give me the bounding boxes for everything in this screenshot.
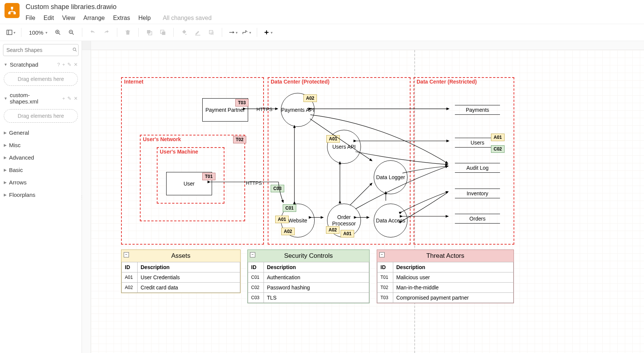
category-general[interactable]: ▶General [0, 126, 82, 139]
waypoint-style-button[interactable]: ▾ [241, 27, 252, 38]
cell-id: T02 [377, 283, 393, 293]
zoom-out-icon [68, 29, 75, 36]
scratchpad-header[interactable]: ▼ Scratchpad ? + ✎ ✕ [0, 59, 82, 70]
tag-a02-pay[interactable]: A02 [303, 94, 317, 102]
ruler-corner [82, 41, 91, 50]
custom-lib-header[interactable]: ▼ custom-shapes.xml + ✎ ✕ [0, 90, 82, 107]
chevron-right-icon: ▶ [4, 193, 7, 197]
toolbar: ▾ 100% ▾ ▾ ▾ ▾ [0, 24, 644, 41]
tag-c01[interactable]: C01 [283, 204, 296, 212]
table-row[interactable]: A02Credit card data [122, 283, 240, 293]
zoom-out-button[interactable] [66, 27, 77, 38]
table-threats[interactable]: − Threat Actors IDDescription T01Malicio… [377, 250, 514, 303]
tag-a01-web[interactable]: A01 [275, 216, 289, 223]
sidebar: ▼ Scratchpad ? + ✎ ✕ Drag elements here … [0, 41, 82, 353]
datastore-inventory[interactable]: Inventory [455, 189, 500, 198]
edit-icon[interactable]: ✎ [67, 62, 71, 67]
line-color-button[interactable] [192, 27, 203, 38]
tag-t03[interactable]: T03 [235, 99, 249, 107]
tag-a02-op[interactable]: A02 [326, 226, 339, 234]
connection-icon [228, 29, 235, 36]
table-row[interactable]: T02Man-in-the-middle [377, 283, 514, 293]
menu-extras[interactable]: Extras [113, 15, 130, 21]
category-floorplans[interactable]: ▶Floorplans [0, 189, 82, 201]
close-icon[interactable]: ✕ [74, 96, 78, 101]
table-controls[interactable]: − Security Controls IDDescription C01Aut… [247, 250, 370, 303]
table-row[interactable]: T01Malicious user [377, 272, 514, 283]
cell-desc: Malicious user [393, 272, 514, 283]
category-label: Basic [9, 167, 23, 173]
collapse-icon[interactable]: − [250, 252, 255, 257]
table-row[interactable]: A01User Credentials [122, 272, 240, 283]
category-misc[interactable]: ▶Misc [0, 139, 82, 151]
to-front-button[interactable] [144, 27, 155, 38]
custom-lib-dropzone[interactable]: Drag elements here [4, 109, 78, 123]
tag-a01-uapi[interactable]: A01 [326, 135, 340, 143]
table-row[interactable]: T03Compromised payment partner [377, 293, 514, 303]
undo-button[interactable] [88, 27, 98, 38]
tag-a01-op[interactable]: A01 [341, 230, 354, 237]
fill-color-button[interactable] [179, 27, 189, 38]
zoom-level[interactable]: 100% ▾ [27, 29, 50, 36]
custom-lib-hint: Drag elements here [18, 113, 64, 119]
edit-icon[interactable]: ✎ [67, 96, 71, 101]
shadow-button[interactable] [206, 27, 217, 38]
edge-label-https-2: HTTPS [246, 180, 262, 186]
category-basic[interactable]: ▶Basic [0, 164, 82, 176]
canvas[interactable]: Internet User's Network User's Machine D… [91, 50, 644, 353]
node-label: User [183, 181, 195, 187]
datastore-payments[interactable]: Payments [455, 105, 500, 115]
node-data-access[interactable]: Data Access [374, 204, 408, 237]
menu-edit[interactable]: Edit [44, 15, 54, 21]
ruler-horizontal[interactable] [91, 41, 644, 50]
redo-button[interactable] [101, 27, 112, 38]
th-desc: Description [393, 262, 514, 272]
delete-button[interactable] [123, 27, 133, 38]
add-icon[interactable]: + [62, 96, 65, 101]
cell-id: A02 [122, 283, 138, 293]
cell-desc: User Credentials [138, 272, 240, 283]
app-logo[interactable] [5, 3, 20, 18]
close-icon[interactable]: ✕ [74, 62, 78, 67]
to-back-button[interactable] [158, 27, 168, 38]
connection-style-button[interactable]: ▾ [227, 27, 238, 38]
datastore-orders[interactable]: Orders [455, 214, 500, 224]
menu-file[interactable]: File [26, 15, 35, 21]
category-arrows[interactable]: ▶Arrows [0, 176, 82, 189]
zoom-in-button[interactable] [53, 27, 63, 38]
tag-c03[interactable]: C03 [271, 185, 284, 192]
table-row[interactable]: C02Password hashing [248, 283, 369, 293]
document-title[interactable]: Custom shape libraries.drawio [26, 3, 639, 12]
ruler-vertical[interactable] [82, 50, 91, 353]
menu-view[interactable]: View [62, 15, 75, 21]
scratchpad-dropzone[interactable]: Drag elements here [4, 72, 78, 86]
th-id: ID [377, 262, 393, 272]
collapse-icon[interactable]: − [379, 252, 385, 257]
table-row[interactable]: C01Authentication [248, 272, 369, 283]
tag-a01-usersds[interactable]: A01 [491, 134, 505, 141]
category-label: Floorplans [9, 192, 35, 198]
svg-line-6 [59, 33, 61, 35]
drawio-logo-icon [8, 6, 17, 15]
custom-lib-actions: + ✎ ✕ [62, 96, 78, 101]
tag-t02[interactable]: T02 [233, 136, 246, 143]
page-view-button[interactable]: ▾ [5, 27, 16, 38]
insert-button[interactable]: ▾ [262, 27, 273, 38]
add-icon[interactable]: + [62, 62, 65, 67]
collapse-icon[interactable]: − [124, 252, 129, 257]
tag-c02-usersds[interactable]: C02 [491, 145, 505, 153]
menu-help[interactable]: Help [138, 15, 151, 21]
table-assets[interactable]: − Assets IDDescription A01User Credentia… [121, 250, 241, 293]
tag-t01[interactable]: T01 [202, 173, 215, 180]
table-row[interactable]: C03TLS [248, 293, 369, 303]
cell-id: A01 [122, 272, 138, 283]
category-advanced[interactable]: ▶Advanced [0, 151, 82, 164]
search-shapes-input[interactable] [6, 47, 72, 53]
chevron-right-icon: ▶ [4, 180, 7, 184]
datastore-audit-log[interactable]: Audit Log [455, 163, 500, 173]
node-data-logger[interactable]: Data Logger [374, 160, 408, 194]
menu-arrange[interactable]: Arrange [83, 15, 105, 21]
help-icon[interactable]: ? [57, 62, 60, 67]
search-shapes-input-wrap[interactable] [3, 44, 79, 56]
tag-a02-web[interactable]: A02 [281, 228, 295, 235]
